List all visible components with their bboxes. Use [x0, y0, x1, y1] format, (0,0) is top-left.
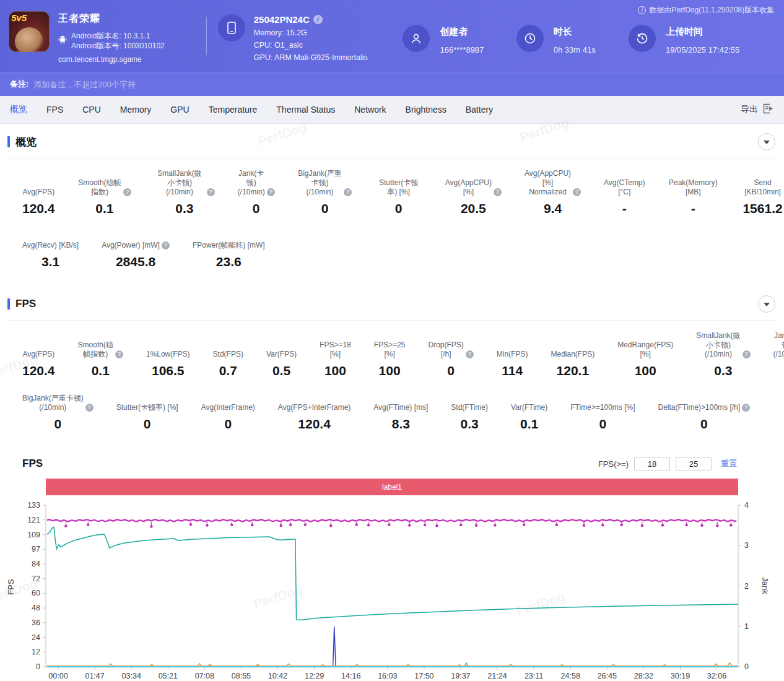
help-icon[interactable]: ?: [743, 350, 751, 358]
reset-button[interactable]: 重置: [721, 458, 737, 469]
tab-概览[interactable]: 概览: [10, 104, 27, 115]
metric-label: Jank(卡顿) (/10min)?: [773, 331, 784, 359]
overview-collapse-button[interactable]: [758, 133, 775, 150]
svg-text:30:19: 30:19: [671, 672, 690, 680]
metric: Avg(FPS+InterFrame)120.4: [278, 394, 351, 432]
svg-text:24:58: 24:58: [561, 672, 580, 680]
metric-value: 114: [497, 363, 528, 378]
fps-threshold-high-input[interactable]: [676, 457, 712, 471]
tab-fps[interactable]: FPS: [46, 105, 63, 115]
svg-text:28:32: 28:32: [634, 672, 653, 680]
help-icon[interactable]: ?: [573, 188, 581, 196]
game-badge: 5v5: [11, 12, 27, 23]
svg-text:19:37: 19:37: [451, 672, 470, 680]
metric-label: Avg(AppCPU) [%] Normalized?: [525, 169, 581, 197]
metric: Jank(卡顿) (/10min)?0: [773, 331, 784, 378]
help-icon[interactable]: ?: [466, 350, 474, 358]
report-body: 概览 Avg(FPS)120.4Smooth(稳帧指数)?0.1SmallJan…: [0, 124, 784, 681]
help-icon[interactable]: ?: [344, 188, 352, 196]
help-icon[interactable]: ?: [742, 404, 750, 412]
metric-label: Jank(卡顿) (/10min)?: [238, 169, 275, 197]
help-icon[interactable]: ?: [207, 188, 215, 196]
svg-text:72: 72: [32, 575, 40, 583]
report-header: 5v5 王者荣耀 Android版本名: 10.3.1.1: [0, 0, 784, 72]
help-icon[interactable]: ?: [267, 188, 275, 196]
svg-text:121: 121: [27, 516, 40, 524]
metric-label: Peak(Memory) [MB]: [668, 178, 719, 197]
tab-temperature[interactable]: Temperature: [209, 105, 258, 115]
svg-text:32:06: 32:06: [707, 672, 726, 680]
clock-icon: [516, 25, 544, 52]
metric-value: 23.6: [193, 254, 265, 269]
help-icon[interactable]: ?: [162, 241, 170, 249]
duration-value: 0h 33m 41s: [554, 45, 596, 54]
duration-label: 时长: [554, 26, 596, 38]
metric-value: 0: [658, 417, 751, 432]
fps-chart-plot[interactable]: 012243648607284971091211330123400:0001:4…: [0, 499, 784, 681]
tab-memory[interactable]: Memory: [120, 105, 152, 115]
creator-value: 166****8987: [440, 45, 484, 54]
game-app-icon: 5v5: [9, 11, 50, 52]
help-icon[interactable]: ?: [494, 188, 502, 196]
metric-label: Drop(FPS) [/h]?: [428, 340, 473, 359]
metric-label: Avg(Power) [mW]?: [102, 232, 170, 250]
android-version: Android版本名: 10.3.1.1: [71, 31, 165, 41]
creator-info: 创建者 166****8987: [403, 17, 516, 54]
fps-collapse-button[interactable]: [758, 295, 775, 313]
help-icon[interactable]: ?: [85, 404, 94, 412]
svg-text:4: 4: [744, 501, 749, 510]
svg-text:0: 0: [744, 662, 749, 671]
metric: Smooth(稳帧指数)?0.1: [78, 340, 123, 378]
help-icon[interactable]: ?: [123, 188, 131, 196]
metric-value: 120.1: [551, 363, 595, 378]
metric-value: 100: [320, 363, 351, 378]
metric-value: 2845.8: [102, 254, 170, 269]
note-input[interactable]: [33, 80, 774, 89]
tab-brightness[interactable]: Brightness: [406, 105, 446, 115]
android-build: Android版本号: 1003010102: [71, 41, 165, 51]
svg-text:12:29: 12:29: [305, 672, 324, 680]
tab-gpu[interactable]: GPU: [170, 105, 189, 115]
metric: Peak(Memory) [MB]-: [668, 178, 719, 216]
metric-label: Smooth(稳帧指数)?: [78, 178, 132, 197]
device-info-icon[interactable]: i: [313, 15, 323, 24]
metric: Send [KB/10min]1561.2: [741, 178, 784, 216]
metric: Std(FTime)0.3: [451, 394, 488, 432]
info-icon: i: [638, 6, 646, 14]
fps-chart-title: FPS: [22, 458, 43, 470]
fps-section: FPS Avg(FPS)120.4Smooth(稳帧指数)?0.11%Low(F…: [0, 286, 784, 681]
svg-text:10:42: 10:42: [268, 672, 287, 680]
chevron-down-icon: [764, 141, 770, 144]
metric-label: Median(FPS): [551, 340, 595, 359]
svg-text:0: 0: [36, 662, 40, 671]
svg-text:24: 24: [32, 633, 40, 642]
metric-value: 0.1: [511, 417, 547, 432]
game-info: 5v5 王者荣耀 Android版本名: 10.3.1.1: [9, 9, 204, 64]
metric: BigJank(严重卡顿) (/10min)?0: [298, 169, 352, 216]
device-model: 25042PN24C: [254, 14, 310, 25]
export-button[interactable]: 导出: [741, 103, 774, 116]
device-memory: Memory: 15.2G: [254, 28, 368, 37]
tab-battery[interactable]: Battery: [466, 105, 493, 115]
svg-text:97: 97: [32, 545, 40, 553]
metric: Delta(FTime)>100ms [/h]?0: [658, 394, 751, 432]
metric: Stutter(卡顿率) [%]0: [116, 394, 178, 432]
chart-axis-labels: 012243648607284971091211330123400:0001:4…: [6, 501, 770, 680]
help-icon[interactable]: ?: [115, 350, 123, 358]
metric-value: 106.5: [146, 363, 190, 378]
metric-label: FPS>=25 [%]: [374, 340, 406, 359]
tab-cpu[interactable]: CPU: [82, 105, 101, 115]
metric: Avg(InterFrame)0: [201, 394, 255, 432]
svg-text:14:16: 14:16: [341, 672, 360, 680]
tab-network[interactable]: Network: [354, 105, 386, 115]
metric: Min(FPS)114: [497, 340, 528, 378]
svg-text:21:24: 21:24: [487, 672, 507, 680]
tab-thermal-status[interactable]: Thermal Status: [276, 105, 335, 115]
metric-value: 120.4: [22, 201, 55, 216]
fps-threshold-low-input[interactable]: [634, 457, 670, 471]
metric: Avg(Power) [mW]?2845.8: [102, 232, 170, 269]
metric: SmallJank(微小卡顿) (/10min)?0.3: [154, 169, 214, 216]
metric-row: BigJank(严重卡顿) (/10min)?0Stutter(卡顿率) [%]…: [0, 394, 784, 432]
tab-bar-items: 概览FPSCPUMemoryGPUTemperatureThermal Stat…: [10, 104, 493, 115]
metric-label: Avg(FPS+InterFrame): [278, 394, 351, 412]
